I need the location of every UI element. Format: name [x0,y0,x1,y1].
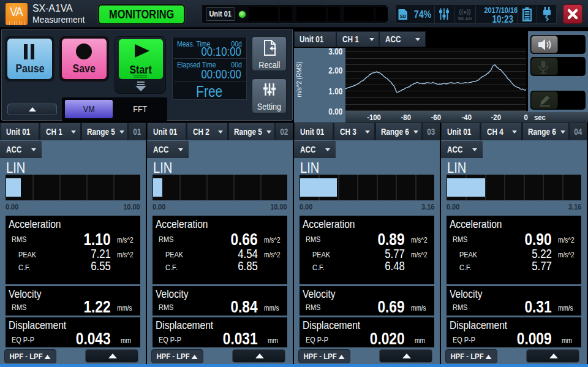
svg-text:SD: SD [400,13,407,19]
